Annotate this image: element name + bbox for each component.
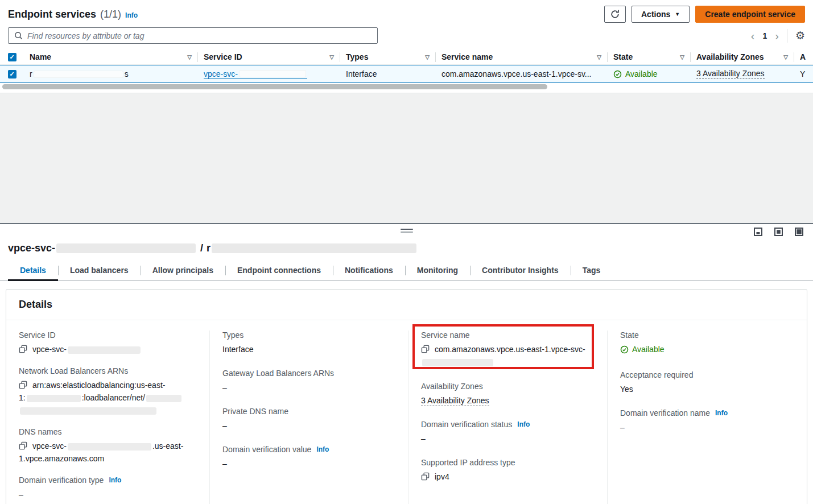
availability-zones-popover-trigger[interactable]: 3 Availability Zones <box>421 396 489 406</box>
info-link[interactable]: Info <box>517 420 530 428</box>
details-card: Details Service ID vpce-svc- Network Loa… <box>6 289 807 504</box>
availability-zones-popover-trigger[interactable]: 3 Availability Zones <box>696 69 765 79</box>
copy-icon[interactable] <box>19 382 27 391</box>
copy-icon[interactable] <box>421 473 430 482</box>
row-types-cell: Interface <box>340 69 436 79</box>
scrollbar-thumb[interactable] <box>2 84 547 89</box>
row-checkbox-cell: ✓ <box>0 70 24 79</box>
panel-title: vpce-svc- / r <box>0 240 813 260</box>
field-service-id: Service ID vpce-svc- <box>19 331 198 356</box>
service-id-link[interactable]: vpce-svc- <box>204 69 307 79</box>
tab-contributor-insights[interactable]: Contributor Insights <box>470 261 571 280</box>
row-clipped-cell: Y <box>794 69 813 79</box>
field-supported-ip-address-type: Supported IP address type ipv4 <box>421 458 596 483</box>
details-column-2: Types Interface Gateway Load Balancers A… <box>209 331 408 504</box>
field-types: Types Interface <box>222 331 397 356</box>
search-row: ‹ 1 › ⚙ <box>0 26 813 49</box>
page-title: Endpoint services <box>8 9 96 20</box>
column-header-types[interactable]: Types▽ <box>340 52 436 62</box>
check-circle-icon <box>620 345 629 354</box>
horizontal-scrollbar <box>0 83 813 90</box>
details-column-3: Service name com.amazonaws.vpce.us-east-… <box>408 331 607 504</box>
search-input[interactable] <box>27 31 372 40</box>
panel-size-medium-icon[interactable] <box>774 227 783 237</box>
actions-button[interactable]: Actions ▼ <box>632 6 690 23</box>
refresh-button[interactable] <box>604 6 626 23</box>
field-dns-names: DNS names vpce-svc-.us-east- 1.vpce.amaz… <box>19 427 198 465</box>
sort-icon: ▽ <box>187 54 192 60</box>
column-header-service-id[interactable]: Service ID▽ <box>198 52 340 62</box>
page-number[interactable]: 1 <box>762 31 767 40</box>
gear-icon[interactable]: ⚙ <box>795 30 805 41</box>
column-header-state[interactable]: State▽ <box>608 52 691 62</box>
create-endpoint-service-button[interactable]: Create endpoint service <box>695 6 805 23</box>
refresh-icon <box>610 10 620 19</box>
state-badge: Available <box>632 343 665 356</box>
tab-notifications[interactable]: Notifications <box>333 261 405 280</box>
endpoint-services-section: Endpoint services (1/1) Info Actions ▼ C… <box>0 0 813 223</box>
info-link[interactable]: Info <box>109 476 121 484</box>
redacted-text <box>68 346 141 354</box>
column-header-clipped[interactable]: A <box>794 52 813 62</box>
select-all-checkbox[interactable]: ✓ <box>8 53 16 61</box>
copy-icon[interactable] <box>19 443 27 452</box>
tab-endpoint-connections[interactable]: Endpoint connections <box>225 261 333 280</box>
result-count: (1/1) <box>100 9 121 20</box>
search-box <box>8 27 378 44</box>
column-header-name[interactable]: Name▽ <box>24 52 198 62</box>
tab-monitoring[interactable]: Monitoring <box>405 261 470 280</box>
redacted-text <box>68 443 151 451</box>
actions-label: Actions <box>641 10 670 19</box>
title-info-link[interactable]: Info <box>125 11 138 19</box>
field-domain-verification-name: Domain verification nameInfo – <box>620 408 795 433</box>
next-page-button[interactable]: › <box>775 30 779 42</box>
redacted-text <box>20 407 156 415</box>
row-state-cell: Available <box>608 69 691 79</box>
info-link[interactable]: Info <box>715 409 728 417</box>
sort-icon: ▽ <box>597 54 601 60</box>
panel-drag-handle[interactable] <box>401 229 413 233</box>
row-service-id-cell: vpce-svc- <box>198 69 340 79</box>
empty-background <box>0 93 813 223</box>
sort-icon: ▽ <box>783 54 788 60</box>
split-panel: vpce-svc- / r Details Load balancers All… <box>0 223 813 504</box>
column-header-availability-zones[interactable]: Availability Zones▽ <box>691 52 794 62</box>
row-checkbox[interactable]: ✓ <box>8 70 16 79</box>
redacted-text <box>34 71 123 78</box>
panel-size-small-icon[interactable] <box>753 227 763 237</box>
redacted-text <box>239 70 306 77</box>
field-domain-verification-type: Domain verification typeInfo – <box>19 476 198 501</box>
divider <box>787 29 787 43</box>
details-column-1: Service ID vpce-svc- Network Load Balanc… <box>6 331 209 504</box>
panel-size-large-icon[interactable] <box>794 227 804 237</box>
redacted-text <box>56 243 196 253</box>
row-name-cell: r s <box>24 69 198 79</box>
panel-tabs: Details Load balancers Allow principals … <box>0 261 813 281</box>
field-state: State Available <box>620 331 795 357</box>
previous-page-button[interactable]: ‹ <box>751 30 755 42</box>
tab-tags[interactable]: Tags <box>571 261 613 280</box>
column-header-service-name[interactable]: Service name▽ <box>436 52 608 62</box>
sort-icon: ▽ <box>329 54 334 60</box>
redacted-text <box>212 243 416 253</box>
field-acceptance-required: Acceptance required Yes <box>620 370 795 395</box>
endpoint-services-table: ✓ Name▽ Service ID▽ Types▽ Service name▽… <box>0 49 813 83</box>
copy-icon[interactable] <box>421 346 430 355</box>
page-header: Endpoint services (1/1) Info Actions ▼ C… <box>0 0 813 26</box>
header-checkbox-cell: ✓ <box>0 53 24 61</box>
copy-icon[interactable] <box>19 346 27 355</box>
tab-load-balancers[interactable]: Load balancers <box>58 261 141 280</box>
row-availability-zones-cell: 3 Availability Zones <box>691 69 794 79</box>
field-availability-zones: Availability Zones 3 Availability Zones <box>421 382 596 407</box>
redacted-text <box>422 359 493 366</box>
toolbar: Actions ▼ Create endpoint service <box>604 6 805 23</box>
tab-details[interactable]: Details <box>8 261 58 280</box>
details-card-heading: Details <box>6 290 807 320</box>
redacted-text <box>146 395 181 402</box>
table-row[interactable]: ✓ r s vpce-svc- Interface com.amazonaws.… <box>0 65 813 83</box>
field-domain-verification-value: Domain verification valueInfo – <box>222 445 397 470</box>
tab-allow-principals[interactable]: Allow principals <box>141 261 225 280</box>
search-icon <box>14 31 23 40</box>
chevron-down-icon: ▼ <box>675 11 680 17</box>
info-link[interactable]: Info <box>316 445 329 453</box>
